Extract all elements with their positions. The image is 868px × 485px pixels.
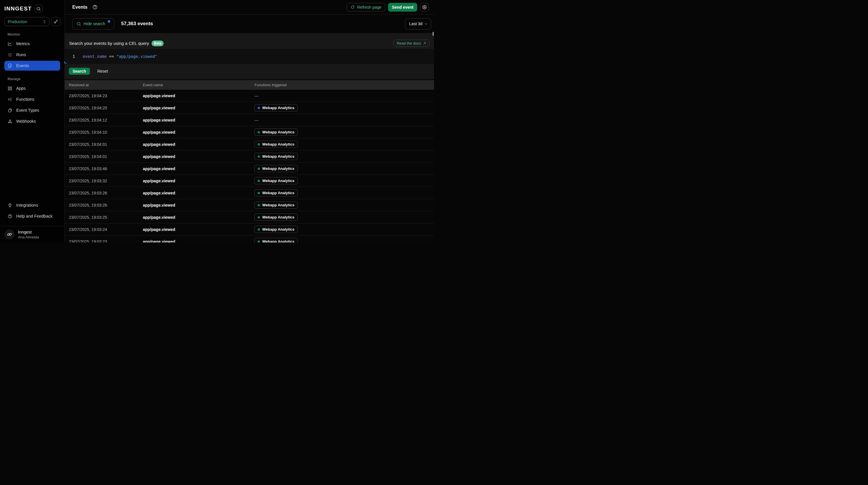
table-row[interactable]: 23/07/2025, 19:04:12 app/page.viewed — xyxy=(65,114,434,126)
sidebar-spacer xyxy=(0,127,64,200)
function-badge[interactable]: Webapp Analytics xyxy=(254,129,298,136)
inngest-logo: INNGEST xyxy=(4,5,32,12)
function-status-dot xyxy=(258,155,260,158)
reset-button[interactable]: Reset xyxy=(97,68,108,75)
nav-section-label: Manage xyxy=(0,77,64,81)
function-badge-label: Webapp Analytics xyxy=(262,239,294,242)
function-badge[interactable]: Webapp Analytics xyxy=(254,238,298,242)
time-range-selector[interactable]: Last 3d xyxy=(405,18,431,30)
table-row[interactable]: 23/07/2025, 19:03:46 app/page.viewed Web… xyxy=(65,163,434,175)
functions-icon xyxy=(7,97,12,102)
chevron-down-icon xyxy=(424,22,428,26)
sidebar-item-help-and-feedback[interactable]: Help and Feedback xyxy=(4,211,60,221)
function-badge[interactable]: Webapp Analytics xyxy=(254,201,298,209)
account-org: Inngest xyxy=(18,230,39,234)
table-row[interactable]: 23/07/2025, 19:03:23 app/page.viewed Web… xyxy=(65,235,434,242)
function-badge[interactable]: Webapp Analytics xyxy=(254,153,298,160)
table-row[interactable]: 23/07/2025, 19:03:26 app/page.viewed Web… xyxy=(65,199,434,211)
cell-functions-triggered: Webapp Analytics xyxy=(254,129,434,136)
function-badge[interactable]: Webapp Analytics xyxy=(254,177,298,184)
cell-event-name: app/page.viewed xyxy=(143,239,254,243)
cell-functions-triggered: — xyxy=(254,93,434,98)
sidebar-item-webhooks[interactable]: Webhooks xyxy=(4,116,60,126)
chevrons-updown-icon xyxy=(42,20,46,24)
nav-item-label: Apps xyxy=(16,86,26,91)
sidebar-item-events[interactable]: Events xyxy=(4,61,60,70)
function-badge-label: Webapp Analytics xyxy=(262,130,294,134)
table-row[interactable]: 23/07/2025, 19:03:25 app/page.viewed Web… xyxy=(65,211,434,223)
function-status-dot xyxy=(258,216,260,219)
table-row[interactable]: 23/07/2025, 19:03:24 app/page.viewed Web… xyxy=(65,223,434,235)
function-status-dot xyxy=(258,131,260,134)
hide-search-button[interactable]: Hide search xyxy=(72,18,114,30)
cell-event-name: app/page.viewed xyxy=(143,154,254,159)
cell-functions-triggered: Webapp Analytics xyxy=(254,153,434,160)
function-status-dot xyxy=(258,228,260,231)
help-icon xyxy=(7,214,12,219)
nav-section: Monitor Metrics Runs Events xyxy=(0,32,64,70)
runs-icon xyxy=(7,52,12,57)
function-badge[interactable]: Webapp Analytics xyxy=(254,165,298,172)
arrow-up-right-icon xyxy=(423,41,427,45)
cell-received-at: 23/07/2025, 19:03:23 xyxy=(69,239,143,243)
refresh-page-button[interactable]: Refresh page xyxy=(347,3,385,11)
table-row[interactable]: 23/07/2025, 19:04:10 app/page.viewed Web… xyxy=(65,126,434,138)
event-keys-button[interactable] xyxy=(52,17,60,26)
cell-event-name: app/page.viewed xyxy=(143,118,254,122)
nav-item-label: Event Types xyxy=(16,108,39,113)
function-badge[interactable]: Webapp Analytics xyxy=(254,213,298,221)
environment-label: Production xyxy=(8,19,42,24)
cell-functions-triggered: Webapp Analytics xyxy=(254,104,434,111)
cell-received-at: 23/07/2025, 19:03:26 xyxy=(69,191,143,195)
nav-section-label: Monitor xyxy=(0,32,64,36)
cell-functions-triggered: Webapp Analytics xyxy=(254,141,434,148)
cel-query-code: event.name == "app/page.viewed" xyxy=(83,54,157,59)
sidebar-item-event-types[interactable]: Event Types xyxy=(4,105,60,115)
cel-panel-actions: Search Reset xyxy=(65,68,434,79)
sidebar-item-metrics[interactable]: Metrics xyxy=(4,39,60,49)
nav-item-label: Events xyxy=(16,63,29,68)
function-badge[interactable]: Webapp Analytics xyxy=(254,189,298,197)
send-event-button[interactable]: Send event xyxy=(388,3,417,11)
notification-dot xyxy=(108,20,110,23)
event-types-icon xyxy=(7,108,12,113)
cell-event-name: app/page.viewed xyxy=(143,178,254,183)
cell-functions-triggered: Webapp Analytics xyxy=(254,201,434,209)
cell-event-name: app/page.viewed xyxy=(143,93,254,98)
sidebar-item-functions[interactable]: Functions xyxy=(4,94,60,104)
table-row[interactable]: 23/07/2025, 19:04:20 app/page.viewed Web… xyxy=(65,102,434,114)
cell-received-at: 23/07/2025, 19:03:24 xyxy=(69,227,143,232)
table-row[interactable]: 23/07/2025, 19:04:01 app/page.viewed Web… xyxy=(65,138,434,150)
read-the-docs-link[interactable]: Read the docs xyxy=(394,40,430,47)
environment-row: Production xyxy=(4,17,60,26)
function-badge[interactable]: Webapp Analytics xyxy=(254,104,298,111)
environment-selector[interactable]: Production xyxy=(4,17,50,26)
refresh-icon xyxy=(350,5,355,9)
function-badge[interactable]: Webapp Analytics xyxy=(254,141,298,148)
function-badge-label: Webapp Analytics xyxy=(262,178,294,183)
cell-event-name: app/page.viewed xyxy=(143,142,254,147)
cell-received-at: 23/07/2025, 19:03:26 xyxy=(69,203,143,207)
settings-button[interactable] xyxy=(420,3,429,11)
account-section[interactable]: Inngest Ana Almeida xyxy=(0,226,64,242)
key-icon xyxy=(54,19,58,24)
nav-item-label: Runs xyxy=(16,52,26,57)
function-status-dot xyxy=(258,143,260,146)
help-icon[interactable] xyxy=(92,4,98,10)
function-status-dot xyxy=(258,240,260,243)
cel-query-editor[interactable]: 1 event.name == "app/page.viewed" xyxy=(65,49,434,64)
table-row[interactable]: 23/07/2025, 19:04:23 app/page.viewed — xyxy=(65,90,434,102)
table-row[interactable]: 23/07/2025, 19:03:32 app/page.viewed Web… xyxy=(65,175,434,187)
sidebar-item-runs[interactable]: Runs xyxy=(4,50,60,60)
logo-row: INNGEST xyxy=(4,5,60,13)
search-button[interactable]: Search xyxy=(69,68,90,75)
cell-functions-triggered: Webapp Analytics xyxy=(254,177,434,184)
cell-event-name: app/page.viewed xyxy=(143,215,254,220)
function-badge[interactable]: Webapp Analytics xyxy=(254,226,298,233)
sidebar-search-button[interactable] xyxy=(35,5,43,13)
table-row[interactable]: 23/07/2025, 19:04:01 app/page.viewed Web… xyxy=(65,150,434,163)
table-row[interactable]: 23/07/2025, 19:03:26 app/page.viewed Web… xyxy=(65,187,434,199)
sidebar-item-apps[interactable]: Apps xyxy=(4,83,60,93)
scrollbar-thumb[interactable] xyxy=(433,32,434,36)
sidebar-item-integrations[interactable]: Integrations xyxy=(4,200,60,210)
